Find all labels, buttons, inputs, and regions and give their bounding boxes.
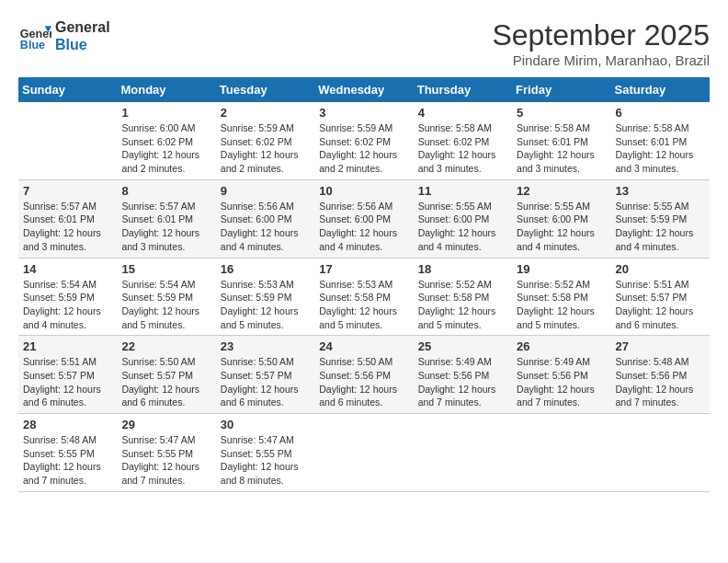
day-info: Sunrise: 5:58 AM Sunset: 6:01 PM Dayligh…: [517, 121, 606, 176]
day-number: 26: [517, 339, 606, 353]
day-number: 30: [221, 418, 310, 431]
day-info: Sunrise: 5:50 AM Sunset: 5:57 PM Dayligh…: [221, 355, 310, 409]
calendar-cell: 14Sunrise: 5:54 AM Sunset: 5:59 PM Dayli…: [18, 258, 117, 336]
day-info: Sunrise: 5:57 AM Sunset: 6:01 PM Dayligh…: [121, 200, 210, 254]
page-header: General Blue General Blue September 2025…: [18, 18, 710, 68]
calendar-cell: [314, 414, 413, 492]
calendar-cell: 18Sunrise: 5:52 AM Sunset: 5:58 PM Dayli…: [414, 258, 512, 336]
logo-icon: General Blue: [18, 19, 51, 52]
day-number: 12: [517, 184, 606, 198]
day-number: 20: [616, 262, 705, 276]
day-number: 2: [221, 106, 310, 120]
day-info: Sunrise: 5:59 AM Sunset: 6:02 PM Dayligh…: [221, 121, 310, 176]
month-title: September 2025: [492, 18, 710, 52]
week-row-1: 1Sunrise: 6:00 AM Sunset: 6:02 PM Daylig…: [18, 102, 710, 179]
day-info: Sunrise: 5:48 AM Sunset: 5:56 PM Dayligh…: [616, 355, 705, 409]
calendar-cell: 15Sunrise: 5:54 AM Sunset: 5:59 PM Dayli…: [117, 258, 215, 336]
svg-text:Blue: Blue: [20, 40, 45, 52]
day-number: 3: [319, 106, 408, 120]
day-info: Sunrise: 5:52 AM Sunset: 5:58 PM Dayligh…: [517, 278, 606, 332]
day-info: Sunrise: 5:54 AM Sunset: 5:59 PM Dayligh…: [121, 278, 210, 332]
day-number: 14: [23, 262, 112, 276]
calendar-cell: 27Sunrise: 5:48 AM Sunset: 5:56 PM Dayli…: [611, 336, 710, 414]
logo-general: General: [55, 18, 110, 36]
day-number: 7: [23, 184, 112, 198]
day-number: 8: [121, 184, 210, 198]
week-row-3: 14Sunrise: 5:54 AM Sunset: 5:59 PM Dayli…: [18, 258, 710, 336]
week-row-4: 21Sunrise: 5:51 AM Sunset: 5:57 PM Dayli…: [18, 336, 710, 414]
day-info: Sunrise: 5:52 AM Sunset: 5:58 PM Dayligh…: [418, 278, 507, 332]
calendar-cell: 12Sunrise: 5:55 AM Sunset: 6:00 PM Dayli…: [512, 179, 610, 258]
calendar-cell: 26Sunrise: 5:49 AM Sunset: 5:56 PM Dayli…: [512, 336, 610, 414]
location: Pindare Mirim, Maranhao, Brazil: [492, 52, 710, 68]
day-number: 4: [418, 106, 507, 120]
day-number: 1: [121, 106, 210, 120]
day-info: Sunrise: 5:58 AM Sunset: 6:01 PM Dayligh…: [616, 121, 705, 176]
title-block: September 2025 Pindare Mirim, Maranhao, …: [492, 18, 710, 68]
days-header-row: SundayMondayTuesdayWednesdayThursdayFrid…: [18, 77, 710, 102]
calendar-cell: 28Sunrise: 5:48 AM Sunset: 5:55 PM Dayli…: [18, 414, 117, 492]
calendar-table: SundayMondayTuesdayWednesdayThursdayFrid…: [18, 77, 710, 492]
day-info: Sunrise: 5:51 AM Sunset: 5:57 PM Dayligh…: [23, 355, 112, 409]
calendar-cell: 21Sunrise: 5:51 AM Sunset: 5:57 PM Dayli…: [18, 336, 117, 414]
day-number: 18: [418, 262, 507, 276]
day-info: Sunrise: 5:56 AM Sunset: 6:00 PM Dayligh…: [319, 200, 408, 254]
day-info: Sunrise: 5:56 AM Sunset: 6:00 PM Dayligh…: [221, 200, 310, 254]
day-info: Sunrise: 5:54 AM Sunset: 5:59 PM Dayligh…: [23, 278, 112, 332]
calendar-cell: 24Sunrise: 5:50 AM Sunset: 5:56 PM Dayli…: [314, 336, 413, 414]
day-number: 16: [221, 262, 310, 276]
day-number: 17: [319, 262, 408, 276]
day-info: Sunrise: 5:58 AM Sunset: 6:02 PM Dayligh…: [418, 121, 507, 176]
day-info: Sunrise: 5:51 AM Sunset: 5:57 PM Dayligh…: [616, 278, 705, 332]
calendar-cell: 30Sunrise: 5:47 AM Sunset: 5:55 PM Dayli…: [216, 414, 314, 492]
day-info: Sunrise: 5:49 AM Sunset: 5:56 PM Dayligh…: [517, 355, 606, 409]
calendar-cell: 16Sunrise: 5:53 AM Sunset: 5:59 PM Dayli…: [216, 258, 314, 336]
day-number: 10: [319, 184, 408, 198]
day-info: Sunrise: 5:50 AM Sunset: 5:57 PM Dayligh…: [121, 355, 210, 409]
calendar-cell: 20Sunrise: 5:51 AM Sunset: 5:57 PM Dayli…: [611, 258, 710, 336]
calendar-cell: 19Sunrise: 5:52 AM Sunset: 5:58 PM Dayli…: [512, 258, 610, 336]
day-info: Sunrise: 5:50 AM Sunset: 5:56 PM Dayligh…: [319, 355, 408, 409]
day-info: Sunrise: 5:53 AM Sunset: 5:58 PM Dayligh…: [319, 278, 408, 332]
day-number: 13: [616, 184, 705, 198]
logo-blue: Blue: [55, 36, 110, 53]
day-number: 29: [121, 418, 210, 431]
day-header-sunday: Sunday: [18, 77, 117, 102]
day-info: Sunrise: 5:55 AM Sunset: 6:00 PM Dayligh…: [517, 200, 606, 254]
calendar-cell: 5Sunrise: 5:58 AM Sunset: 6:01 PM Daylig…: [512, 102, 610, 179]
week-row-2: 7Sunrise: 5:57 AM Sunset: 6:01 PM Daylig…: [18, 179, 710, 258]
calendar-cell: 13Sunrise: 5:55 AM Sunset: 5:59 PM Dayli…: [611, 179, 710, 258]
day-number: 15: [121, 262, 210, 276]
calendar-cell: [414, 414, 512, 492]
calendar-cell: 23Sunrise: 5:50 AM Sunset: 5:57 PM Dayli…: [216, 336, 314, 414]
calendar-cell: 22Sunrise: 5:50 AM Sunset: 5:57 PM Dayli…: [117, 336, 215, 414]
calendar-cell: 17Sunrise: 5:53 AM Sunset: 5:58 PM Dayli…: [314, 258, 413, 336]
calendar-cell: [611, 414, 710, 492]
calendar-cell: 25Sunrise: 5:49 AM Sunset: 5:56 PM Dayli…: [414, 336, 512, 414]
day-header-friday: Friday: [512, 77, 610, 102]
calendar-cell: 7Sunrise: 5:57 AM Sunset: 6:01 PM Daylig…: [18, 179, 117, 258]
day-info: Sunrise: 5:55 AM Sunset: 5:59 PM Dayligh…: [616, 200, 705, 254]
calendar-cell: 6Sunrise: 5:58 AM Sunset: 6:01 PM Daylig…: [611, 102, 710, 179]
calendar-cell: 8Sunrise: 5:57 AM Sunset: 6:01 PM Daylig…: [117, 179, 215, 258]
day-number: 9: [221, 184, 310, 198]
day-info: Sunrise: 6:00 AM Sunset: 6:02 PM Dayligh…: [121, 121, 210, 176]
day-number: 11: [418, 184, 507, 198]
calendar-cell: 9Sunrise: 5:56 AM Sunset: 6:00 PM Daylig…: [216, 179, 314, 258]
week-row-5: 28Sunrise: 5:48 AM Sunset: 5:55 PM Dayli…: [18, 414, 710, 492]
day-header-wednesday: Wednesday: [314, 77, 413, 102]
calendar-cell: 11Sunrise: 5:55 AM Sunset: 6:00 PM Dayli…: [414, 179, 512, 258]
day-number: 5: [517, 106, 606, 120]
day-info: Sunrise: 5:59 AM Sunset: 6:02 PM Dayligh…: [319, 121, 408, 176]
day-number: 28: [23, 418, 112, 431]
day-info: Sunrise: 5:53 AM Sunset: 5:59 PM Dayligh…: [221, 278, 310, 332]
calendar-cell: [512, 414, 610, 492]
day-header-monday: Monday: [117, 77, 215, 102]
day-info: Sunrise: 5:57 AM Sunset: 6:01 PM Dayligh…: [23, 200, 112, 254]
day-header-saturday: Saturday: [611, 77, 710, 102]
day-header-thursday: Thursday: [414, 77, 512, 102]
day-number: 27: [616, 339, 705, 353]
day-number: 19: [517, 262, 606, 276]
day-info: Sunrise: 5:47 AM Sunset: 5:55 PM Dayligh…: [121, 433, 210, 488]
day-number: 23: [221, 339, 310, 353]
